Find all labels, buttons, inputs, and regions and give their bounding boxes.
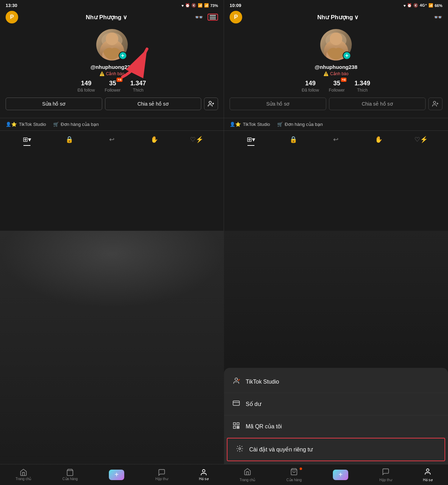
menu-item-studio[interactable]: TikTok Studio (224, 371, 448, 393)
left-share-profile-button[interactable]: Chia sẻ hồ sơ (105, 98, 202, 110)
home-icon (244, 468, 251, 477)
left-nav-shop[interactable]: Cửa hàng (62, 469, 78, 481)
profile-nav-icon (424, 468, 432, 477)
left-orders-link[interactable]: 🛒 Đơn hàng của bạn (53, 122, 99, 127)
left-stat-follow[interactable]: 149 Đã follow (78, 80, 95, 93)
left-quick-links: 👤⭐ TikTok Studio 🛒 Đơn hàng của bạn (0, 122, 224, 127)
svg-rect-12 (233, 401, 239, 406)
menu-item-settings[interactable]: Cài đặt và quyền riêng tư (227, 438, 445, 461)
menu-balance-label: Số dư (246, 401, 261, 407)
right-edit-profile-button[interactable]: Sửa hồ sơ (230, 98, 326, 110)
svg-point-23 (426, 469, 429, 471)
right-4g-icon: 4G⁺ (420, 3, 427, 8)
left-tab-tagged[interactable]: ✋ (133, 134, 175, 145)
right-tab-repost[interactable]: ↩ (315, 134, 357, 145)
glasses-icon[interactable]: 👓 (195, 13, 203, 21)
right-tab-liked[interactable]: ♡⚡ (400, 134, 442, 145)
nav-shop-label: Cửa hàng (286, 478, 302, 482)
warning-icon: ⚠️ (99, 71, 105, 76)
right-profile-name[interactable]: Như Phượng ∨ (317, 14, 359, 21)
right-add-friend-button[interactable] (428, 98, 442, 110)
qr-menu-icon (232, 422, 240, 431)
left-warning: ⚠️ Cảnh báo (99, 71, 124, 76)
nav-item-inbox[interactable]: Hộp thư (379, 468, 392, 482)
inbox-icon (382, 468, 390, 477)
menu-item-qr[interactable]: Mã QR của tôi (224, 415, 448, 438)
chevron-down-icon: ∨ (123, 14, 127, 21)
right-status-time: 10:09 (230, 3, 241, 8)
left-follow-value: 149 (81, 80, 91, 87)
right-studio-link[interactable]: 👤⭐ TikTok Studio (230, 122, 270, 127)
right-tab-grid[interactable]: ⊞▾ (230, 134, 272, 145)
right-follow-label: Đã follow (302, 88, 319, 93)
left-bottom-navigation: Trang chủ Cửa hàng + Hộp thư Hồ sơ (0, 464, 224, 485)
right-panel: 10:09 ♥ ⏰ 🔇 4G⁺ 📶 66% P Như Phượng ∨ 👓 (224, 0, 448, 231)
nav-item-profile[interactable]: Hồ sơ (423, 468, 433, 482)
left-studio-link[interactable]: 👤⭐ TikTok Studio (6, 122, 46, 127)
left-likes-label: Thích (133, 88, 144, 93)
left-tab-grid[interactable]: ⊞▾ (6, 134, 48, 145)
left-stat-follower[interactable]: 35 +4 Follower (105, 80, 120, 93)
right-cart-icon: 🛒 (277, 122, 283, 127)
left-tab-repost[interactable]: ↩ (91, 134, 133, 145)
right-stat-likes[interactable]: 1.349 Thích (355, 80, 370, 93)
right-stat-follow[interactable]: 149 Đã follow (302, 80, 319, 93)
nav-item-shop[interactable]: Cửa hàng (286, 468, 302, 482)
right-action-buttons: Sửa hồ sơ Chia sẻ hồ sơ (230, 98, 442, 110)
svg-point-0 (106, 33, 118, 45)
left-divider (0, 118, 224, 118)
right-tab-lock[interactable]: 🔒 (272, 134, 315, 145)
left-header-icons: 👓 (195, 13, 218, 21)
right-heart-icon: ♥ (404, 3, 406, 8)
left-edit-profile-button[interactable]: Sửa hồ sơ (6, 98, 102, 110)
left-profile-name[interactable]: Như Phượng ∨ (86, 14, 127, 21)
left-nav-create[interactable]: + (109, 470, 124, 480)
svg-point-25 (202, 470, 205, 472)
shop-icon (290, 468, 298, 477)
left-nav-profile[interactable]: Hồ sơ (199, 469, 209, 481)
right-tab-tagged[interactable]: ✋ (357, 134, 400, 145)
nav-item-create[interactable]: + (333, 470, 348, 480)
menu-studio-label: TikTok Studio (246, 379, 279, 385)
cart-icon: 🛒 (53, 122, 59, 127)
svg-point-2 (209, 101, 211, 104)
right-stat-follower[interactable]: 35 +4 Follower (329, 80, 344, 93)
battery-text: 73% (210, 3, 218, 8)
left-stat-likes[interactable]: 1.347 Thích (130, 80, 146, 93)
left-panel: 13:30 ♥ ⏰ 🔇 📶 📶 73% P Như Phượng ∨ 👓 (0, 0, 224, 231)
svg-rect-19 (237, 428, 238, 429)
left-likes-value: 1.347 (130, 80, 146, 87)
right-glasses-icon[interactable]: 👓 (434, 13, 442, 21)
right-likes-value: 1.349 (355, 80, 370, 87)
balance-menu-icon (232, 399, 240, 409)
right-share-profile-button[interactable]: Chia sẻ hồ sơ (329, 98, 426, 110)
left-tab-lock[interactable]: 🔒 (48, 134, 90, 145)
create-button[interactable]: + (333, 470, 348, 480)
mute-icon: 🔇 (191, 3, 196, 8)
left-follower-label: Follower (105, 88, 120, 93)
menu-item-balance[interactable]: Số dư (224, 393, 448, 415)
right-status-bar: 10:09 ♥ ⏰ 🔇 4G⁺ 📶 66% (224, 0, 448, 9)
right-add-badge[interactable]: + (343, 51, 351, 60)
svg-rect-17 (237, 426, 238, 427)
left-username: @nhuphuong238 (90, 64, 133, 70)
left-nav-inbox[interactable]: Hộp thư (155, 469, 168, 481)
right-quick-links: 👤⭐ TikTok Studio 🛒 Đơn hàng của bạn (224, 122, 448, 127)
right-orders-link[interactable]: 🛒 Đơn hàng của bạn (277, 122, 323, 127)
left-add-friend-button[interactable] (204, 98, 218, 110)
nav-item-home[interactable]: Trang chủ (239, 468, 255, 482)
svg-rect-16 (233, 426, 236, 428)
left-status-bar: 13:30 ♥ ⏰ 🔇 📶 📶 73% (0, 0, 224, 9)
left-plus-badge: +4 (117, 78, 122, 82)
left-add-badge[interactable]: + (119, 51, 127, 60)
bottom-section: TikTok Studio Số dư (0, 231, 448, 485)
right-divider (224, 118, 448, 118)
left-nav-home[interactable]: Trang chủ (15, 469, 31, 481)
svg-rect-20 (238, 426, 239, 427)
right-follower-value: 35 +4 (333, 80, 340, 87)
nav-profile-label: Hồ sơ (423, 478, 433, 482)
menu-button[interactable] (208, 14, 218, 21)
left-tab-liked[interactable]: ♡⚡ (176, 134, 218, 145)
left-status-time: 13:30 (6, 3, 17, 8)
left-stats-row: 149 Đã follow 35 +4 Follower 1.347 Thích (78, 80, 146, 93)
